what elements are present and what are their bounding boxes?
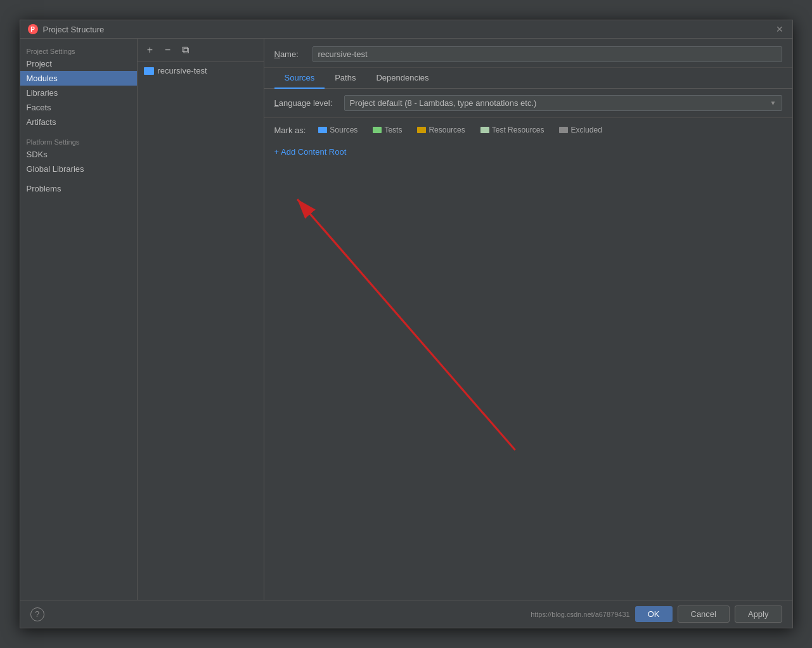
sidebar: Project Settings Project Modules Librari…: [20, 39, 138, 600]
mark-as-label: Mark as:: [274, 126, 306, 135]
content-area: [264, 162, 792, 600]
sidebar-item-libraries[interactable]: Libraries: [20, 86, 137, 100]
sidebar-item-problems[interactable]: Problems: [20, 181, 137, 196]
tab-sources[interactable]: Sources: [274, 68, 325, 89]
tab-dependencies[interactable]: Dependencies: [366, 68, 439, 89]
close-button[interactable]: ✕: [775, 24, 785, 34]
platform-settings-label: Platform Settings: [20, 134, 137, 147]
tabs-row: Sources Paths Dependencies: [264, 68, 792, 89]
project-structure-dialog: P Project Structure ✕ Project Settings P…: [20, 20, 793, 628]
excluded-folder-icon: [559, 127, 568, 133]
add-content-root-button[interactable]: + Add Content Root: [264, 142, 792, 162]
right-panel: Name: Sources Paths Dependencies La: [264, 39, 792, 600]
language-level-select[interactable]: Project default (8 - Lambdas, type annot…: [344, 95, 782, 111]
mark-as-excluded[interactable]: Excluded: [554, 124, 607, 136]
mark-as-sources[interactable]: Sources: [313, 124, 363, 136]
middle-panel: + − ⧉ recursive-test: [138, 39, 264, 600]
sidebar-divider-2: [20, 176, 137, 181]
mark-as-test-resources[interactable]: Test Resources: [475, 124, 550, 136]
name-row: Name:: [264, 39, 792, 68]
title-bar-left: P Project Structure: [28, 24, 105, 34]
copy-module-button[interactable]: ⧉: [178, 42, 193, 58]
sidebar-item-facets[interactable]: Facets: [20, 100, 137, 115]
apply-button[interactable]: Apply: [735, 606, 782, 623]
sources-folder-icon: [318, 127, 327, 133]
name-input[interactable]: [313, 46, 782, 62]
mark-as-tests[interactable]: Tests: [368, 124, 407, 136]
dropdown-arrow-icon: ▼: [770, 100, 777, 107]
remove-module-button[interactable]: −: [160, 42, 176, 58]
middle-toolbar: + − ⧉: [138, 39, 264, 62]
module-icon: [144, 67, 154, 75]
name-label: Name:: [274, 49, 306, 59]
sidebar-divider: [20, 129, 137, 134]
language-level-label: Language level:: [274, 98, 338, 108]
ok-button[interactable]: OK: [635, 606, 673, 622]
app-icon: P: [28, 24, 38, 34]
language-level-row: Language level: Project default (8 - Lam…: [264, 89, 792, 118]
sidebar-item-modules[interactable]: Modules: [20, 71, 137, 86]
project-settings-label: Project Settings: [20, 44, 137, 56]
tests-folder-icon: [373, 127, 382, 133]
mark-as-resources[interactable]: Resources: [412, 124, 470, 136]
mark-as-row: Mark as: Sources Tests Resources Test Re…: [264, 118, 792, 142]
url-hint: https://blog.csdn.net/a67879431: [531, 611, 630, 618]
cancel-button[interactable]: Cancel: [678, 606, 730, 623]
annotation-arrow: [264, 162, 792, 600]
resources-folder-icon: [417, 127, 426, 133]
add-module-button[interactable]: +: [143, 42, 158, 58]
help-button[interactable]: ?: [30, 607, 44, 621]
tab-paths[interactable]: Paths: [325, 68, 366, 89]
sidebar-item-artifacts[interactable]: Artifacts: [20, 115, 137, 129]
module-item[interactable]: recursive-test: [138, 62, 264, 79]
sidebar-item-global-libraries[interactable]: Global Libraries: [20, 162, 137, 176]
title-bar: P Project Structure ✕: [20, 20, 792, 39]
svg-line-1: [297, 199, 515, 450]
module-name: recursive-test: [158, 66, 207, 75]
sidebar-item-sdks[interactable]: SDKs: [20, 147, 137, 162]
window-title: Project Structure: [43, 25, 105, 34]
dialog-body: Project Settings Project Modules Librari…: [20, 39, 792, 600]
sidebar-item-project[interactable]: Project: [20, 56, 137, 71]
bottom-right: https://blog.csdn.net/a67879431 OK Cance…: [531, 606, 782, 623]
test-resources-folder-icon: [480, 127, 489, 133]
bottom-bar: ? https://blog.csdn.net/a67879431 OK Can…: [20, 600, 792, 628]
